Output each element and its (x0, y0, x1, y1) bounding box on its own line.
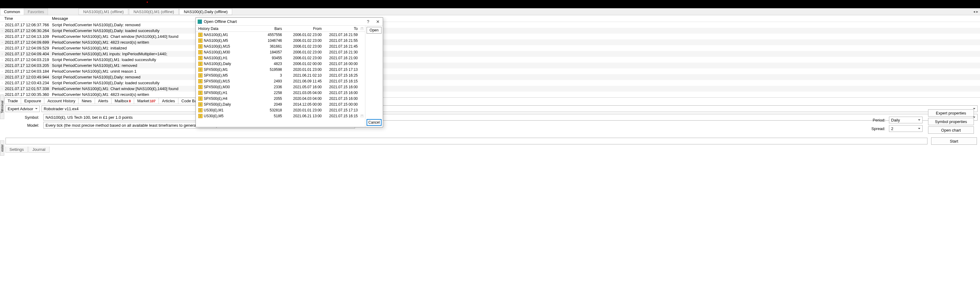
symbol-icon: $ (198, 67, 202, 72)
tab-alerts[interactable]: Alerts (95, 98, 111, 104)
tab-news[interactable]: News (78, 98, 95, 104)
history-bars: 2055 (257, 97, 285, 101)
symbol-combo[interactable]: NAS100(£), US Tech 100, bet in £1 per 1.… (43, 114, 978, 121)
expert-properties-button[interactable]: Expert properties (928, 109, 974, 117)
history-to: 2021.07.15 16:00 (324, 85, 360, 89)
chart-tab-prev-icon[interactable]: ◂ (973, 10, 975, 14)
col-bars[interactable]: Bars (257, 27, 285, 31)
col-from[interactable]: From (285, 27, 324, 31)
tab-articles[interactable]: Articles (159, 98, 178, 104)
log-bullet-icon: ◦ (0, 58, 4, 61)
history-bars: 3 (257, 73, 285, 78)
dialog-open-button[interactable]: Open (367, 27, 382, 33)
history-to: 2021.07.15 17:13 (324, 108, 360, 112)
history-to: 2021.07.15 17:13 (324, 67, 360, 72)
tester-panel-label[interactable]: ester (0, 140, 4, 156)
history-row[interactable]: $US30(£),M15328182020.01.01 23:002021.07… (196, 107, 365, 113)
log-bullet-icon: ◦ (0, 87, 4, 91)
scroll-up-icon[interactable]: ˄ (360, 27, 364, 30)
history-row[interactable]: $NAS100(£),M510467462006.01.02 23:002021… (196, 38, 365, 43)
log-row[interactable]: ◦2021.07.17 12:01:57.338PeriodConverter … (0, 86, 980, 92)
history-row[interactable]: $NAS100(£),H1934552006.01.02 23:002021.0… (196, 55, 365, 61)
history-from: 2006.01.02 23:00 (285, 50, 324, 54)
dialog-close-button[interactable]: ✕ (373, 19, 383, 24)
log-row[interactable]: ◦2021.07.17 12:06:37.766Script PeriodCon… (0, 22, 980, 28)
dialog-help-button[interactable]: ? (363, 19, 373, 24)
log-message: PeriodConverter NAS100(£),M1: uninit rea… (52, 69, 980, 73)
log-row[interactable]: ◦2021.07.17 12:03:43.234Script PeriodCon… (0, 80, 980, 86)
log-row[interactable]: ◦2021.07.17 12:04:09.404PeriodConverter … (0, 51, 980, 57)
log-row[interactable]: ◦2021.07.17 12:04:03.184PeriodConverter … (0, 68, 980, 74)
symbol-icon: $ (198, 73, 202, 78)
toolbar-tabs: Common Favorites NAS100(£),M1 (offline) … (0, 8, 980, 15)
history-row[interactable]: $NAS100(£),M153616612006.01.02 23:002021… (196, 43, 365, 49)
history-from: 2006.01.02 23:00 (285, 44, 324, 49)
dialog-side-buttons: Open Cancel (365, 25, 383, 127)
spread-combo[interactable]: 2 (889, 125, 923, 132)
period-combo[interactable]: Daily (889, 117, 923, 123)
symbol-properties-button[interactable]: Symbol properties (928, 118, 974, 125)
history-row[interactable]: $NAS100(£),M301840572006.01.02 23:002021… (196, 49, 365, 55)
log-bullet-icon: ◦ (0, 24, 4, 27)
log-message: PeriodConverter NAS100(£),M1: 4823 recor… (52, 40, 980, 44)
dialog-titlebar[interactable]: Open Offline Chart ? ✕ (196, 18, 383, 25)
history-row[interactable]: $SPX500(£),M3023362021.05.07 16:002021.0… (196, 84, 365, 90)
history-row[interactable]: $SPX500(£),M15195982020.01.01 23:002021.… (196, 67, 365, 72)
chart-tab-1[interactable]: NAS100(£),M1 (offline) (129, 8, 179, 15)
history-row[interactable]: $SPX500(£),M532021.06.21 02:102021.07.15… (196, 72, 365, 78)
tab-settings[interactable]: Settings (5, 146, 28, 152)
log-header: Time Message (0, 15, 980, 22)
log-row[interactable]: ◦2021.07.17 12:06:30.264Script PeriodCon… (0, 28, 980, 33)
log-row[interactable]: ◦2021.07.17 12:03:49.944Script PeriodCon… (0, 74, 980, 80)
tab-common[interactable]: Common (0, 8, 24, 15)
history-from: 2020.01.01 23:00 (285, 108, 324, 112)
log-message: Script PeriodConverter NAS100(£),M1: rem… (52, 63, 980, 68)
tab-journal[interactable]: Journal (29, 146, 49, 152)
log-time: 2021.07.17 12:03:49.944 (4, 75, 52, 79)
tester-close-icon[interactable]: ✕ (1, 108, 3, 112)
history-name: SPX500(£),Daily (204, 102, 231, 106)
tab-exposure[interactable]: Exposure (21, 98, 44, 104)
terminal-panel-label[interactable]: Terminal (0, 95, 4, 119)
history-row[interactable]: $SPX500(£),M1524932021.06.09 11:452021.0… (196, 78, 365, 84)
log-row[interactable]: ◦2021.07.17 12:04:09.699PeriodConverter … (0, 40, 980, 45)
history-row[interactable]: $SPX500(£),H420552020.04.03 04:002021.07… (196, 95, 365, 102)
col-history-data[interactable]: History Data (196, 27, 257, 31)
tester-type-select[interactable]: Expert Advisor (5, 105, 40, 112)
log-row[interactable]: ◦2021.07.17 12:04:13.109PeriodConverter … (0, 33, 980, 40)
symbol-icon: $ (198, 44, 202, 49)
chart-tab-2[interactable]: NAS100(£),Daily (offline) (179, 8, 232, 15)
tester-symbol-row: Symbol: NAS100(£), US Tech 100, bet in £… (0, 113, 980, 121)
log-row[interactable]: ◦2021.07.17 12:04:09.529PeriodConverter … (0, 45, 980, 51)
open-chart-button[interactable]: Open chart (928, 126, 974, 134)
tester-ea-combo[interactable]: Robotrader v11.ex4 (41, 105, 978, 112)
log-col-time[interactable]: Time (0, 16, 52, 21)
col-to[interactable]: To (324, 27, 360, 31)
dialog-cancel-button[interactable]: Cancel (367, 119, 382, 126)
log-row[interactable]: ◦2021.07.17 12:04:03.219Script PeriodCon… (0, 57, 980, 63)
history-bars: 1046746 (257, 38, 285, 43)
tab-trade[interactable]: Trade (4, 98, 21, 104)
history-from: 2006.01.02 23:00 (285, 33, 324, 37)
tab-market[interactable]: Market 107 (134, 98, 159, 104)
log-message: PeriodConverter NAS100(£),M1: initialize… (52, 46, 980, 50)
log-message: Script PeriodConverter NAS100(£),Daily: … (52, 81, 980, 85)
chart-tab-0[interactable]: NAS100(£),M1 (offline) (78, 8, 128, 15)
log-row[interactable]: ◦2021.07.17 12:00:35.360PeriodConverter … (0, 92, 980, 97)
history-row[interactable]: $US30(£),M551852021.06.21 13:002021.07.1… (196, 113, 365, 119)
history-row[interactable]: $NAS100(£),M145575562006.01.02 23:002021… (196, 32, 365, 38)
log-row[interactable]: ◦2021.07.17 12:04:03.205Script PeriodCon… (0, 63, 980, 68)
tab-mailbox[interactable]: Mailbox 8 (111, 98, 134, 104)
log-col-message[interactable]: Message (52, 16, 980, 21)
history-row[interactable]: $NAS100(£),Daily48232006.01.02 00:002021… (196, 61, 365, 67)
history-row[interactable]: $SPX500(£),H122582021.03.05 04:002021.07… (196, 90, 365, 95)
tab-favorites[interactable]: Favorites (24, 8, 48, 15)
history-row[interactable]: $SPX500(£),Daily20492014.12.05 00:002021… (196, 102, 365, 107)
tester-progress-row: Start (5, 137, 977, 145)
tab-account-history[interactable]: Account History (44, 98, 78, 104)
start-button[interactable]: Start (931, 137, 977, 145)
chart-tab-next-icon[interactable]: ▸ (976, 10, 978, 14)
history-bars: 2336 (257, 85, 285, 89)
scroll-track[interactable]: ˅ (360, 114, 364, 118)
log-time: 2021.07.17 12:04:09.404 (4, 52, 52, 56)
